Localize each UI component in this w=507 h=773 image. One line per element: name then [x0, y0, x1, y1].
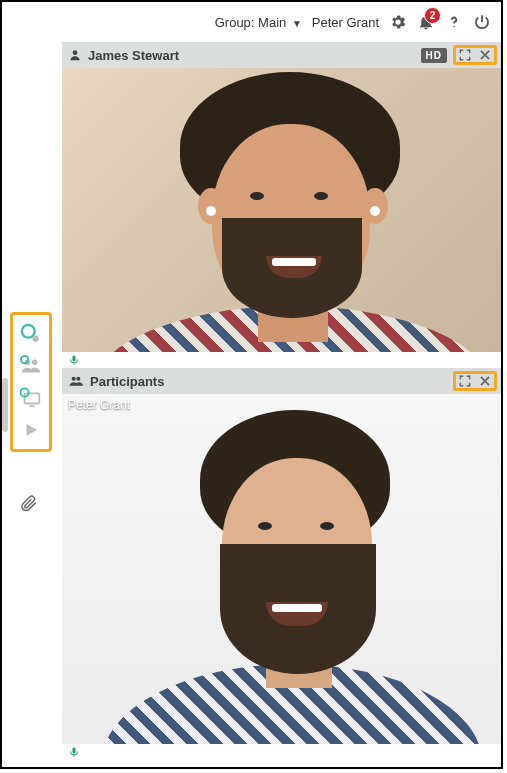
group-selector[interactable]: Group: Main ▼	[215, 15, 302, 30]
svg-point-4	[32, 360, 37, 366]
tile-title: James Stewart	[88, 48, 179, 63]
expand-icon[interactable]	[458, 48, 472, 62]
group-label: Group: Main	[215, 15, 287, 30]
app-window: Group: Main ▼ Peter Grant 2	[0, 0, 503, 769]
camera-button[interactable]	[16, 321, 46, 347]
svg-point-5	[21, 356, 28, 363]
content-area: James Stewart HD	[62, 42, 501, 767]
rail-button-group-highlighted	[10, 312, 52, 452]
people-icon	[68, 374, 84, 388]
current-user: Peter Grant	[312, 15, 379, 30]
top-bar: Group: Main ▼ Peter Grant 2	[2, 2, 501, 42]
screen-share-button[interactable]	[16, 385, 46, 411]
notification-badge: 2	[424, 7, 441, 24]
svg-point-10	[72, 377, 76, 381]
svg-point-11	[76, 377, 80, 381]
expand-icon[interactable]	[458, 374, 472, 388]
svg-point-1	[22, 325, 35, 338]
side-rail	[2, 42, 62, 767]
tile-header: James Stewart HD	[62, 42, 501, 68]
video-tile-participants: Participants Peter Grant	[62, 368, 501, 760]
video-tile-james: James Stewart HD	[62, 42, 501, 368]
play-button[interactable]	[16, 417, 46, 443]
person-icon	[68, 48, 82, 62]
svg-rect-9	[73, 356, 76, 362]
tile-header: Participants	[62, 368, 501, 394]
tile-controls-highlighted	[453, 371, 497, 391]
group-call-button[interactable]	[16, 353, 46, 379]
mic-on-icon	[68, 354, 80, 366]
svg-point-0	[453, 26, 455, 28]
rail-scrollbar[interactable]	[2, 378, 8, 432]
mic-on-icon	[68, 746, 80, 758]
paperclip-icon[interactable]	[20, 494, 38, 512]
tile-controls-highlighted	[453, 45, 497, 65]
close-icon[interactable]	[478, 374, 492, 388]
gear-icon[interactable]	[389, 13, 407, 31]
help-icon[interactable]	[445, 13, 463, 31]
video-feed[interactable]: Peter Grant	[62, 394, 501, 744]
svg-rect-12	[73, 748, 76, 754]
tile-footer	[62, 744, 501, 760]
power-icon[interactable]	[473, 13, 491, 31]
tile-footer	[62, 352, 501, 368]
hd-badge: HD	[421, 48, 447, 63]
video-feed[interactable]	[62, 68, 501, 352]
svg-point-8	[73, 50, 78, 55]
close-icon[interactable]	[478, 48, 492, 62]
tile-title: Participants	[90, 374, 164, 389]
chevron-down-icon: ▼	[292, 18, 302, 29]
bell-icon[interactable]: 2	[417, 13, 435, 31]
svg-point-2	[32, 335, 38, 341]
participant-name-overlay: Peter Grant	[68, 398, 130, 412]
